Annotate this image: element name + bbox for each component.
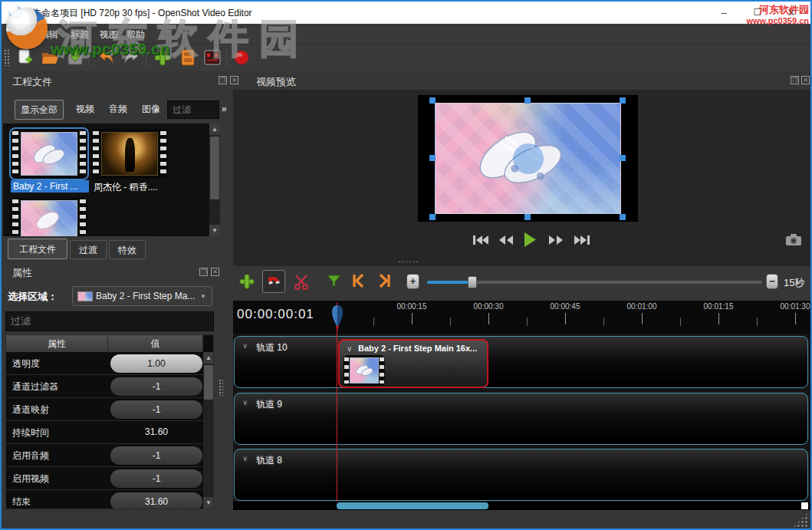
- previous-marker-icon[interactable]: [350, 273, 366, 288]
- next-marker-icon[interactable]: [377, 273, 393, 288]
- table-row[interactable]: 结束 31.60: [6, 490, 213, 509]
- menu-edit[interactable]: 编辑: [40, 28, 58, 41]
- redo-icon[interactable]: [123, 48, 141, 67]
- zoom-in-button[interactable]: +: [406, 274, 419, 289]
- table-scrollbar[interactable]: ▲ ▼: [203, 352, 214, 509]
- close-button[interactable]: ✕: [778, 2, 804, 24]
- scrollbar-thumb[interactable]: [204, 365, 213, 400]
- menu-view[interactable]: 视图: [100, 28, 118, 41]
- files-filter-input[interactable]: 过滤: [167, 100, 219, 119]
- timeline-clip-baby2[interactable]: ∨ Baby 2 - First Step Main 16x...: [338, 339, 488, 388]
- file-label-daoxiang[interactable]: 周杰伦 - 稻香....: [91, 180, 169, 193]
- table-row[interactable]: 启用视频 -1: [6, 467, 213, 490]
- value-pill[interactable]: -1: [110, 446, 202, 465]
- file-thumbnail-baby2[interactable]: [11, 129, 87, 179]
- transform-handle[interactable]: [524, 214, 531, 220]
- scrollbar-thumb[interactable]: [210, 137, 219, 199]
- chevron-down-icon[interactable]: ∨: [347, 344, 352, 353]
- menu-file[interactable]: 文件: [11, 28, 29, 41]
- float-panel-icon[interactable]: ❐: [199, 268, 208, 276]
- menu-title[interactable]: 标题: [71, 28, 89, 41]
- scroll-up-icon[interactable]: ▲: [209, 123, 220, 135]
- track-10[interactable]: ∨ 轨道 10 ∨ Baby 2 - First Step Main 16x..…: [234, 336, 808, 388]
- preview-timeline-splitter[interactable]: ......: [398, 253, 419, 265]
- maximize-button[interactable]: ☐: [745, 2, 771, 24]
- transform-handle[interactable]: [429, 214, 436, 220]
- close-panel-icon[interactable]: ✕: [801, 76, 810, 84]
- transform-handle[interactable]: [524, 97, 531, 104]
- playhead-line[interactable]: [337, 302, 337, 502]
- filter-tab-audio[interactable]: 音频: [103, 100, 133, 120]
- transform-handle[interactable]: [429, 155, 436, 161]
- razor-scissors-icon[interactable]: [293, 273, 310, 290]
- zoom-slider-track[interactable]: [427, 281, 762, 284]
- properties-filter-input[interactable]: 过滤: [5, 311, 214, 331]
- zoom-out-button[interactable]: −: [766, 274, 778, 289]
- camera-snapshot-icon[interactable]: [785, 233, 802, 246]
- undo-icon[interactable]: [97, 48, 115, 67]
- file-thumbnail-partial[interactable]: [11, 197, 87, 236]
- add-marker-icon[interactable]: [327, 275, 341, 288]
- playhead-marker-icon[interactable]: [331, 305, 344, 331]
- zoom-slider-handle[interactable]: [468, 276, 477, 288]
- snapping-toggle-button[interactable]: [262, 270, 285, 293]
- value-pill[interactable]: -1: [110, 469, 202, 488]
- scroll-up-icon[interactable]: ▲: [203, 352, 214, 364]
- filter-tab-video[interactable]: 视频: [70, 100, 100, 120]
- float-panel-icon[interactable]: ❐: [219, 76, 227, 84]
- panel-splitter-handle[interactable]: [219, 379, 223, 396]
- menu-help[interactable]: 帮助: [127, 28, 145, 41]
- save-project-icon[interactable]: [66, 48, 84, 67]
- file-label-baby2[interactable]: Baby 2 - First ...: [11, 180, 89, 193]
- new-project-icon[interactable]: [15, 48, 34, 67]
- transform-handle[interactable]: [620, 97, 626, 104]
- value-pill[interactable]: -1: [110, 400, 202, 419]
- column-header-property[interactable]: 属性: [6, 335, 108, 352]
- rewind-icon[interactable]: [498, 234, 514, 246]
- scroll-down-icon[interactable]: ▼: [209, 225, 220, 236]
- table-row[interactable]: 通道过滤器 -1: [6, 375, 213, 398]
- toolbar-drag-handle[interactable]: [4, 49, 9, 66]
- tab-project-files[interactable]: 工程文件: [8, 239, 67, 259]
- chevron-down-icon[interactable]: ∨: [242, 398, 248, 407]
- value-pill[interactable]: 31.60: [110, 492, 202, 509]
- jump-to-end-icon[interactable]: [574, 234, 590, 246]
- toolbar-overflow-icon[interactable]: »: [222, 104, 227, 114]
- chevron-down-icon[interactable]: ∨: [242, 341, 248, 350]
- value-pill-selected[interactable]: 1.00: [110, 354, 202, 373]
- import-files-icon[interactable]: [153, 48, 172, 67]
- fast-forward-icon[interactable]: [547, 234, 564, 246]
- scroll-down-icon[interactable]: ▼: [203, 497, 214, 509]
- scrollbar-end-button[interactable]: [801, 502, 808, 509]
- choose-profile-icon[interactable]: [179, 48, 197, 67]
- track-9[interactable]: ∨ 轨道 9: [234, 393, 808, 445]
- filter-tab-image[interactable]: 图像: [136, 100, 166, 120]
- close-panel-icon[interactable]: ✕: [230, 76, 238, 84]
- minimize-button[interactable]: –: [711, 2, 737, 24]
- table-row[interactable]: 启用音频 -1: [6, 444, 213, 467]
- tab-effects[interactable]: 特效: [109, 240, 146, 259]
- timeline-ruler[interactable]: 00:00:00:01 00:00:15 00:00:30 00:00:45 0…: [233, 301, 810, 334]
- transform-center-handle[interactable]: [513, 143, 544, 174]
- table-row[interactable]: 通道映射 -1: [6, 398, 213, 421]
- track-8[interactable]: ∨ 轨道 8: [234, 449, 808, 501]
- filter-tab-show-all[interactable]: 显示全部: [15, 100, 64, 120]
- scrollbar-thumb[interactable]: [337, 502, 488, 509]
- table-row[interactable]: 持续时间 31.60: [6, 421, 213, 444]
- export-video-icon[interactable]: [232, 48, 251, 67]
- tab-transitions[interactable]: 过渡: [70, 240, 107, 259]
- timeline-tracks-area[interactable]: ∨ 轨道 10 ∨ Baby 2 - First Step Main 16x..…: [233, 334, 810, 510]
- close-panel-icon[interactable]: ✕: [211, 268, 219, 276]
- transform-handle[interactable]: [620, 214, 626, 220]
- chevron-down-icon[interactable]: ∨: [242, 454, 248, 463]
- selection-dropdown[interactable]: Baby 2 - First Step Ma... ▼: [72, 286, 212, 306]
- float-panel-icon[interactable]: ❐: [791, 76, 799, 84]
- transform-handle[interactable]: [429, 97, 436, 104]
- column-header-value[interactable]: 值: [108, 335, 203, 352]
- table-row[interactable]: 透明度 1.00: [6, 352, 213, 375]
- title-editor-icon[interactable]: [203, 48, 222, 67]
- file-thumbnail-daoxiang[interactable]: [91, 129, 168, 179]
- transform-handle[interactable]: [620, 155, 626, 161]
- add-track-icon[interactable]: [238, 273, 255, 290]
- play-icon[interactable]: [523, 232, 537, 248]
